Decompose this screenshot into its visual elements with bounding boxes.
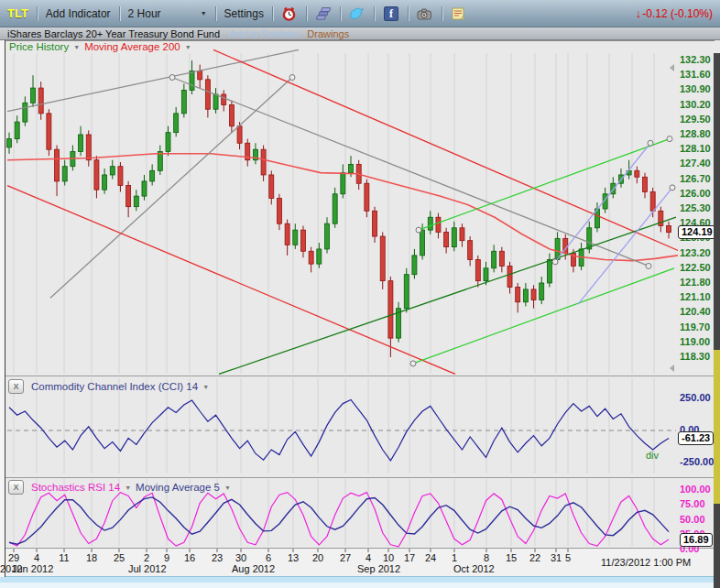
- candlestick: [142, 181, 147, 196]
- candlestick: [118, 167, 123, 186]
- date-tick-label: 29: [8, 552, 19, 563]
- trendline-handle[interactable]: [552, 259, 558, 265]
- candlestick: [55, 149, 60, 181]
- price-axis-label: 131.60: [680, 69, 711, 80]
- candlestick: [269, 175, 274, 198]
- trendline-handle[interactable]: [289, 75, 295, 81]
- trendline-handle[interactable]: [416, 227, 421, 233]
- trendline-green-lower-channel[interactable]: [413, 268, 674, 364]
- date-tick-label: 30: [235, 552, 246, 563]
- candlestick: [365, 183, 369, 211]
- candlestick: [484, 268, 488, 281]
- chevron-down-icon: ▼: [224, 485, 231, 491]
- moving-average-200-dropdown[interactable]: Moving Average 200: [84, 41, 180, 52]
- candlestick: [436, 217, 441, 232]
- price-axis-label: 119.70: [680, 321, 710, 332]
- price-axis-label: 130.90: [680, 83, 711, 94]
- trendline-gray-falling-trendline[interactable]: [172, 78, 649, 267]
- date-tick-label: 16: [184, 552, 195, 563]
- candlestick: [667, 225, 671, 232]
- cci-dropdown[interactable]: Commodity Channel Index (CCI) 14: [31, 381, 198, 392]
- price-axis-label: 132.30: [680, 54, 711, 65]
- stoch-value-callout: 16.89: [680, 533, 713, 547]
- right-scrollbar[interactable]: [714, 53, 720, 588]
- price-axis-label: 129.50: [680, 114, 711, 125]
- candlestick: [261, 149, 266, 175]
- candlestick: [31, 88, 36, 103]
- trendline-red-upper-channel[interactable]: [213, 49, 680, 251]
- date-tick-label: 15: [506, 552, 517, 563]
- close-stoch-panel-button[interactable]: X: [8, 480, 24, 495]
- candlestick: [492, 251, 496, 268]
- date-tick-label: 2: [144, 552, 149, 563]
- candlestick: [468, 241, 473, 260]
- chart-canvas: [0, 0, 720, 588]
- price-axis-label: 121.10: [680, 291, 711, 302]
- trendline-handle[interactable]: [410, 361, 416, 366]
- candlestick: [300, 230, 305, 251]
- candlestick: [181, 90, 186, 113]
- price-history-dropdown[interactable]: Price History: [9, 41, 69, 52]
- candlestick: [412, 256, 417, 275]
- trendline-handle[interactable]: [169, 75, 175, 81]
- candlestick: [222, 94, 226, 105]
- candlestick: [285, 223, 289, 245]
- candlestick: [7, 139, 12, 147]
- candlestick: [126, 186, 131, 207]
- candlestick: [420, 230, 425, 256]
- price-axis-label: 120.40: [680, 306, 711, 317]
- stoch-rsi-dropdown[interactable]: Stochastics RSI 14: [31, 482, 120, 493]
- price-axis-label: 128.10: [680, 143, 711, 154]
- price-panel-header: Price History ▼ Moving Average 200 ▼: [9, 41, 191, 52]
- cci-value-callout: -61.23: [678, 431, 714, 445]
- candlestick: [198, 71, 202, 80]
- candlestick: [277, 198, 281, 223]
- candlestick: [38, 88, 43, 114]
- candlestick: [110, 167, 115, 175]
- date-tick-label: 23: [212, 552, 223, 563]
- price-axis-label: 123.20: [680, 247, 711, 258]
- panel-divider: [0, 477, 715, 478]
- trendline-handle[interactable]: [667, 136, 672, 142]
- last-price-callout: 124.19: [678, 225, 716, 239]
- moving-average-5-dropdown[interactable]: Moving Average 5: [136, 482, 220, 493]
- candlestick: [79, 135, 83, 152]
- candlestick: [62, 167, 67, 181]
- cci-axis-label: 250.00: [680, 392, 711, 403]
- date-tick-label: 24: [425, 552, 436, 563]
- candlestick: [47, 114, 51, 149]
- price-axis-label: 125.30: [680, 202, 711, 213]
- date-tick-label: 25: [114, 552, 125, 563]
- candlestick: [317, 249, 322, 264]
- trendline-handle[interactable]: [646, 263, 651, 268]
- cci-panel-header: X Commodity Channel Index (CCI) 14 ▼: [8, 379, 209, 394]
- stoch-ma-line: [9, 497, 669, 544]
- date-tick-label: 11: [59, 552, 69, 563]
- candlestick: [523, 289, 528, 302]
- date-tick-label: 4: [34, 552, 39, 563]
- trendline-handle[interactable]: [670, 185, 675, 191]
- candlestick: [158, 152, 162, 171]
- stoch-axis-label: 100.00: [680, 484, 711, 495]
- stoch-plot: [9, 493, 669, 547]
- month-label: Aug 2012: [232, 563, 275, 574]
- candlestick: [452, 228, 456, 247]
- date-tick-label: 18: [86, 552, 97, 563]
- trendline-gray-steep-trendline[interactable]: [50, 78, 292, 299]
- trendline-blue-channel-upper[interactable]: [555, 143, 650, 262]
- date-tick-label: 17: [404, 552, 415, 563]
- cci-axis-label: -250.00: [680, 456, 714, 467]
- stoch-axis-label: 75.00: [680, 498, 705, 509]
- candlestick: [499, 251, 504, 266]
- candlestick: [213, 94, 218, 109]
- close-cci-panel-button[interactable]: X: [8, 379, 24, 394]
- cci-plot: [7, 399, 676, 461]
- scrollbar-thumb[interactable]: [714, 350, 720, 504]
- candlestick: [516, 288, 520, 302]
- axis-scroll-arrow-icon[interactable]: [670, 64, 674, 71]
- candlestick: [333, 194, 337, 223]
- trendline-gray-rising-trendline[interactable]: [7, 49, 299, 111]
- trendline-handle[interactable]: [648, 140, 653, 146]
- price-axis-label: 126.00: [680, 188, 711, 199]
- axis-scroll-arrow-icon[interactable]: [670, 365, 674, 372]
